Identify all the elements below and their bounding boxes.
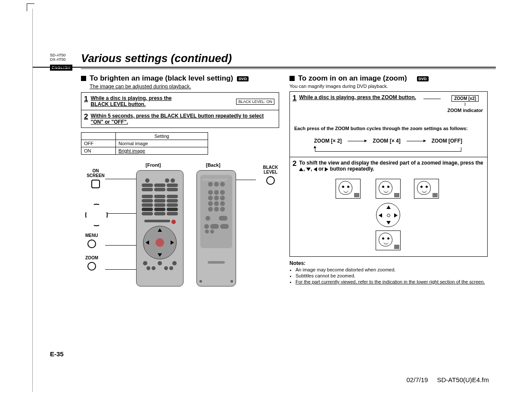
zoom-button-icon: [87, 262, 96, 271]
menu-callout: MENU: [85, 233, 98, 250]
zoom-indicator: ZOOM [x2] ZOOM indicator: [448, 95, 483, 113]
note-item: Subtitles cannot be zoomed.: [296, 273, 488, 278]
thumb-right: [414, 179, 439, 199]
dpad-icon: [85, 204, 108, 226]
note-item: An image may become distorted when zoome…: [296, 267, 488, 272]
dpad-center-icon: [376, 203, 400, 227]
step-number: 1: [292, 94, 296, 102]
dvd-badge: DVD: [417, 76, 429, 81]
cycle-loop-icon: [315, 147, 461, 152]
zoom-cycle: ZOOM [× 2] ZOOM [× 4] ZOOM [OFF]: [292, 138, 484, 144]
black-level-subline: The image can be adjusted during playbac…: [90, 84, 279, 90]
step-2: 2 Within 5 seconds, press the BLACK LEVE…: [81, 110, 279, 128]
cycle-a: ZOOM [× 2]: [314, 138, 342, 144]
thumb-up: [376, 179, 401, 199]
on-screen-callout: ON SCREEN: [85, 168, 106, 190]
square-bullet-icon: [289, 76, 295, 81]
zoom-callout: ZOOM: [85, 255, 98, 272]
square-bullet-icon: [81, 76, 86, 81]
right-column: To zoom in on an image (zoom) DVD You ca…: [289, 72, 488, 292]
table-row: ON Bright image: [81, 147, 208, 155]
zoom-indicator-label: ZOOM indicator: [448, 108, 483, 113]
step-number: 2: [84, 113, 88, 120]
up-arrow-icon: [299, 168, 303, 171]
left-column: To brighten an image (black level settin…: [81, 72, 279, 292]
table-row: OFF Normal image: [81, 140, 208, 147]
zoom-step-2-text: To shift the view and display the desire…: [299, 160, 484, 172]
thumb-left: [336, 179, 361, 199]
footer-date: 02/7/19: [407, 376, 428, 383]
heading-text: To brighten an image (black level settin…: [90, 74, 233, 82]
zoom-step-1-text: While a disc is playing, press the ZOOM …: [299, 94, 428, 102]
settings-header: Setting: [116, 133, 208, 140]
step-2-text: Within 5 seconds, press the BLACK LEVEL …: [90, 113, 275, 125]
footer-file: SD-AT50(U)E4.fm: [437, 376, 489, 383]
zoom-step-2: 2 To shift the view and display the desi…: [290, 157, 487, 256]
remote-back: SUBTITLE ANGLE AUDIO: [196, 170, 236, 286]
black-level-display: BLACK LEVEL: ON: [236, 99, 274, 105]
section-heading-black-level: To brighten an image (black level settin…: [81, 74, 279, 83]
page-header: Various settings (continued): [33, 9, 496, 68]
arrow-right-icon: [348, 141, 367, 141]
zoom-step-1: 1 While a disc is playing, press the ZOO…: [290, 92, 487, 157]
black-level-callout: BLACK LEVEL: [259, 165, 282, 187]
dvd-badge: DVD: [237, 76, 249, 81]
notes-heading: Notes:: [289, 260, 488, 266]
black-level-button-icon: [266, 176, 275, 185]
manual-page: SD-AT50 DX-AT50 ENGLISH Various settings…: [32, 9, 506, 392]
settings-table: Setting OFF Normal image ON Bright image: [81, 132, 208, 155]
on-screen-button-icon: [91, 180, 100, 188]
heading-text: To zoom in on an image (zoom): [298, 74, 407, 82]
arrow-right-icon: [407, 141, 426, 141]
remote-front: [136, 170, 184, 286]
step-1-text: While a disc is playing, press the BLACK…: [90, 95, 190, 107]
shift-diagram: [328, 179, 448, 252]
step-1: 1 While a disc is playing, press the BLA…: [81, 93, 279, 110]
notes-list: An image may become distorted when zoome…: [290, 267, 488, 284]
back-label: [Back]: [206, 162, 221, 168]
zoom-subline: You can magnify images during DVD playba…: [289, 84, 488, 89]
down-arrow-icon: [306, 168, 311, 171]
step-number: 2: [292, 160, 296, 172]
zoom-steps: 1 While a disc is playing, press the ZOO…: [289, 91, 488, 257]
cycle-b: ZOOM [× 4]: [373, 138, 400, 144]
page-number: E-35: [50, 350, 64, 358]
note-item: For the part currently viewed, refer to …: [296, 279, 488, 284]
remote-diagram: [Front] [Back] ON SCREEN MENU ZOOM: [81, 162, 279, 292]
cycle-c: ZOOM [OFF]: [432, 138, 462, 144]
footer: 02/7/19 SD-AT50(U)E4.fm: [407, 376, 489, 383]
zoom-indicator-box: ZOOM [x2]: [451, 95, 479, 102]
step-number: 1: [84, 95, 88, 103]
thumb-down: [376, 230, 401, 250]
section-heading-zoom: To zoom in on an image (zoom) DVD: [289, 74, 488, 83]
menu-button-icon: [87, 240, 96, 248]
front-label: [Front]: [146, 162, 161, 168]
black-level-steps: 1 While a disc is playing, press the BLA…: [81, 92, 279, 128]
dpad-callout: [85, 201, 108, 229]
left-arrow-icon: [314, 167, 317, 171]
cycle-intro: Each press of the ZOOM button cycles thr…: [294, 126, 482, 131]
page-title: Various settings (continued): [81, 52, 496, 65]
